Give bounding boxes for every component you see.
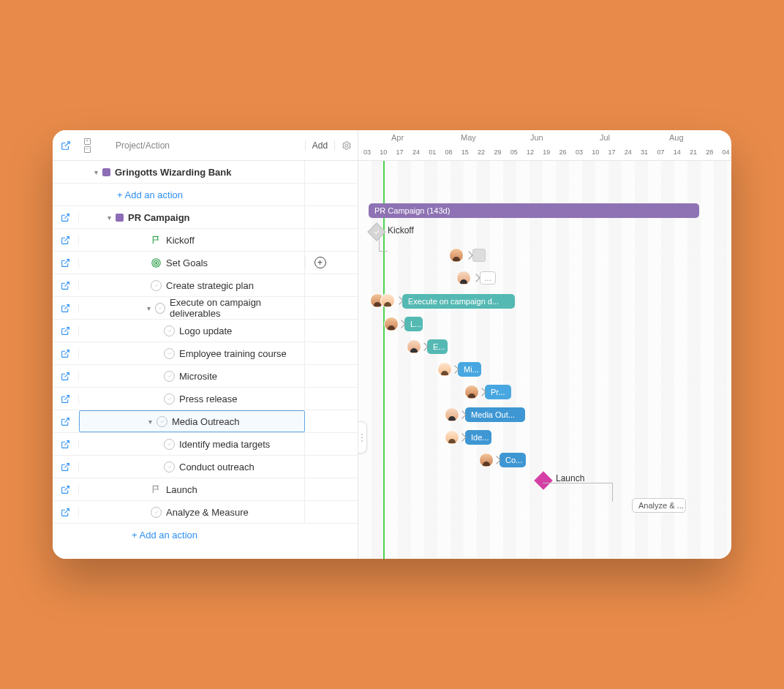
gantt-day-label: 03 — [361, 148, 374, 156]
open-action-icon[interactable] — [53, 394, 79, 404]
open-action-icon[interactable] — [53, 213, 79, 222]
task-status-icon[interactable] — [151, 507, 162, 518]
open-action-icon[interactable] — [53, 508, 79, 517]
task-status-icon[interactable] — [157, 416, 167, 427]
open-action-icon[interactable] — [53, 258, 79, 268]
today-line — [383, 161, 385, 559]
open-action-icon[interactable] — [53, 462, 79, 472]
expand-collapse-toggles[interactable]: + − — [79, 138, 95, 153]
gantt-bar[interactable]: Mi... — [458, 362, 481, 377]
task-status-icon[interactable] — [164, 462, 175, 472]
add-subtask-icon[interactable]: + — [314, 257, 326, 268]
caret-icon[interactable]: ▾ — [91, 168, 101, 176]
assignee-avatar[interactable] — [464, 385, 479, 399]
gantt-body[interactable]: PR Campaign (143d)Kickoff…Execute on cam… — [358, 161, 731, 559]
flag-icon — [151, 235, 162, 246]
add-action-row[interactable]: + Add an action — [53, 184, 358, 206]
caret-icon[interactable]: ▾ — [144, 304, 154, 312]
gantt-bar[interactable]: E... — [427, 339, 448, 354]
assignee-avatar[interactable] — [449, 248, 464, 263]
task-status-icon[interactable] — [155, 303, 165, 314]
task-row-strategic[interactable]: Create strategic plan — [53, 274, 358, 297]
task-row-press[interactable]: Press release — [53, 388, 358, 410]
gantt-bar[interactable]: Pr... — [485, 385, 511, 399]
assignee-avatar[interactable] — [445, 430, 459, 445]
task-status-icon[interactable] — [164, 348, 175, 359]
open-action-icon[interactable] — [53, 236, 79, 245]
task-label: Identify media targets — [179, 439, 270, 450]
project-root-row[interactable]: ▾ Gringotts Wizarding Bank — [53, 161, 358, 184]
task-status-icon[interactable] — [164, 439, 175, 450]
gantt-summary-bar[interactable]: PR Campaign (143d) — [369, 203, 699, 218]
collapse-all-icon[interactable]: − — [84, 146, 91, 153]
task-status-icon[interactable] — [164, 394, 175, 404]
gantt-bar[interactable]: Analyze & ... — [632, 498, 686, 513]
flag-icon — [151, 484, 162, 495]
assignee-avatar[interactable] — [456, 271, 471, 285]
subproject-row[interactable]: ▾ PR Campaign — [53, 206, 358, 229]
task-row-conduct[interactable]: Conduct outreach — [53, 456, 358, 478]
task-row-analyze[interactable]: Analyze & Measure — [53, 501, 358, 524]
gantt-day-label: 31 — [638, 148, 651, 156]
settings-icon[interactable] — [334, 140, 358, 151]
open-action-icon[interactable] — [53, 326, 79, 336]
assignee-avatar[interactable] — [384, 317, 399, 331]
assignee-avatar[interactable] — [437, 362, 452, 377]
task-status-icon[interactable] — [151, 280, 162, 291]
task-row-identify[interactable]: Identify media targets — [53, 433, 358, 456]
assignee-avatar[interactable] — [479, 453, 494, 467]
open-action-icon[interactable] — [53, 417, 79, 426]
task-row-execute[interactable]: ▾Execute on campaign deliverables — [53, 297, 358, 320]
gantt-month-label: Jul — [600, 133, 610, 142]
gantt-bar[interactable]: L... — [404, 317, 423, 331]
assignee-avatar[interactable] — [407, 339, 421, 354]
svg-point-0 — [345, 144, 348, 147]
task-label: Employee training course — [179, 348, 287, 359]
gantt-bar[interactable]: Ide... — [465, 430, 491, 445]
assignee-avatar[interactable] — [380, 293, 395, 308]
subproject-title: PR Campaign — [128, 212, 190, 223]
task-label: Create strategic plan — [166, 280, 254, 291]
open-action-icon[interactable] — [53, 440, 79, 449]
open-action-icon[interactable] — [53, 372, 79, 381]
open-action-icon[interactable] — [53, 349, 79, 358]
gantt-collapsed-bubble[interactable]: … — [480, 271, 496, 285]
add-action-row[interactable]: + Add an action — [53, 524, 358, 546]
gantt-bar[interactable]: Execute on campaign d... — [402, 294, 515, 309]
task-status-icon[interactable] — [164, 325, 175, 336]
gantt-day-label: 10 — [377, 148, 390, 156]
open-action-icon[interactable] — [53, 304, 79, 313]
gantt-day-label: 03 — [573, 148, 586, 156]
assignee-avatar[interactable] — [445, 407, 459, 422]
expand-all-icon[interactable]: + — [84, 138, 91, 145]
gantt-day-label: 17 — [606, 148, 619, 156]
task-row-logo[interactable]: Logo update — [53, 320, 358, 342]
panel-resize-grip[interactable]: ⋮⋮ — [358, 421, 367, 453]
gantt-day-label: 17 — [393, 148, 407, 156]
caret-icon[interactable]: ▾ — [145, 418, 155, 426]
open-action-icon[interactable] — [53, 485, 79, 494]
project-color-tag — [102, 168, 110, 176]
open-action-icon[interactable] — [53, 281, 79, 290]
add-action-link: + Add an action — [132, 530, 197, 541]
gantt-day-label: 10 — [589, 148, 602, 156]
caret-icon[interactable]: ▾ — [104, 214, 114, 222]
task-row-setgoals[interactable]: Set Goals + — [53, 252, 358, 274]
task-row-launch[interactable]: Launch — [53, 478, 358, 501]
gantt-bar[interactable]: Co... — [500, 453, 526, 467]
open-external-icon[interactable] — [53, 140, 79, 151]
gantt-month-label: Jun — [530, 133, 543, 142]
column-header-add[interactable]: Add — [305, 140, 334, 151]
gantt-bar[interactable]: Media Out... — [465, 407, 525, 422]
task-row-media[interactable]: ▾Media Outreach — [53, 410, 358, 433]
gantt-day-label: 21 — [687, 148, 700, 156]
task-status-icon[interactable] — [164, 371, 175, 382]
task-row-training[interactable]: Employee training course — [53, 342, 358, 365]
task-row-kickoff[interactable]: Kickoff — [53, 229, 358, 252]
svg-point-3 — [156, 262, 157, 263]
task-tree: ▾ Gringotts Wizarding Bank + Add an acti… — [53, 161, 358, 559]
task-row-microsite[interactable]: Microsite — [53, 365, 358, 388]
gantt-block-placeholder[interactable] — [472, 249, 486, 262]
gantt-day-label: 24 — [410, 148, 423, 156]
gantt-day-label: 19 — [540, 148, 553, 156]
